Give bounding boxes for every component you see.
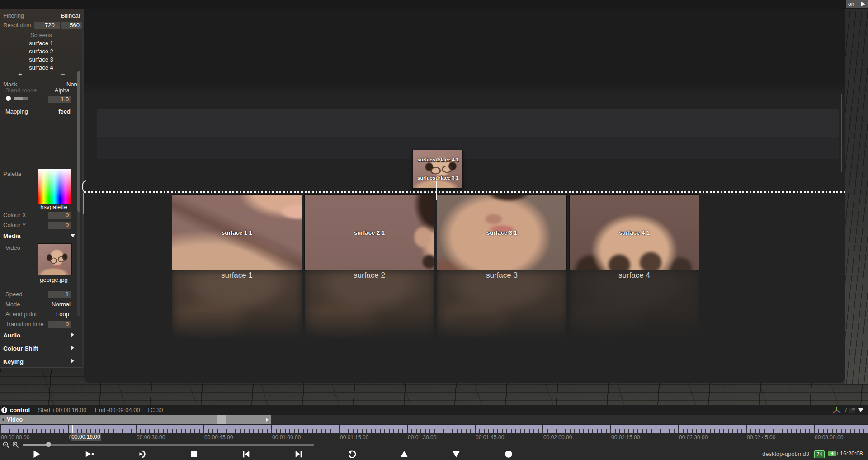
mode-label: Mode bbox=[5, 301, 20, 308]
help-indicator[interactable]: 7 bbox=[844, 407, 848, 413]
status-bar: control Start +00:00:16.00 End -00:09:04… bbox=[0, 405, 868, 415]
video-preview-thumbnail[interactable] bbox=[412, 150, 463, 189]
video-track-scrollbar[interactable]: Video bbox=[0, 415, 271, 424]
video-track-label: Video bbox=[7, 416, 23, 423]
screen-list-item[interactable]: surface 4 bbox=[0, 64, 82, 71]
skip-end-button[interactable] bbox=[293, 449, 305, 459]
remove-screen-button[interactable]: − bbox=[61, 70, 65, 78]
track-bar-row: Video bbox=[0, 415, 868, 424]
start-time: Start +00:00:16.00 bbox=[38, 407, 86, 413]
device-name: desktop-qpo8md3 bbox=[762, 451, 809, 457]
section-header-audio[interactable]: Audio bbox=[3, 332, 20, 339]
timecode-label: 00:01:15.00 bbox=[340, 434, 368, 441]
dropdown-caret-icon[interactable] bbox=[858, 408, 863, 412]
section-divider bbox=[0, 330, 82, 330]
resolution-y-input[interactable]: 560 bbox=[61, 22, 82, 29]
axes-gizmo-icon[interactable] bbox=[832, 407, 842, 414]
surface-tile-1[interactable]: surface 1 1 bbox=[172, 195, 302, 270]
chevron-right-icon[interactable] bbox=[71, 346, 74, 350]
play-marker-button[interactable] bbox=[84, 449, 95, 459]
colour-x-input[interactable]: 0 bbox=[48, 212, 71, 219]
preview-surface-label: surface 3 1 bbox=[433, 175, 458, 180]
opacity-indicator-icon[interactable] bbox=[6, 96, 11, 101]
timecode-label: 00:01:00.00 bbox=[272, 434, 301, 441]
collapsed-layer-bar[interactable] bbox=[97, 109, 839, 137]
canvas-scrollbar[interactable] bbox=[841, 94, 842, 172]
section-header-colour-shift[interactable]: Colour Shift bbox=[3, 345, 38, 352]
skip-start-button[interactable] bbox=[240, 449, 252, 459]
surface-caption: surface 4 bbox=[570, 271, 699, 280]
mapping-value[interactable]: feed bbox=[58, 108, 71, 115]
system-clock: 16:20:08 bbox=[840, 450, 863, 457]
scroll-right-icon[interactable] bbox=[266, 418, 269, 422]
surface-caption: surface 3 bbox=[437, 271, 566, 280]
screen-list-item[interactable]: surface 3 bbox=[0, 56, 82, 63]
panel-scrollbar-thumb[interactable] bbox=[77, 71, 80, 212]
blend-mode-value[interactable]: Alpha bbox=[55, 88, 70, 94]
app-root: Video surface 2 1surface 4 1surface 1 1s… bbox=[0, 0, 868, 460]
transition-time-input[interactable]: 0 bbox=[48, 321, 71, 328]
mask-label: Mask bbox=[3, 81, 17, 88]
section-divider bbox=[0, 343, 82, 343]
timecode-label: 00:00:30.00 bbox=[137, 434, 165, 441]
mode-indicator[interactable]: control bbox=[10, 407, 30, 413]
zoom-out-icon[interactable] bbox=[3, 441, 9, 448]
chevron-down-icon[interactable] bbox=[71, 234, 75, 237]
collapsed-layer-bar-2[interactable] bbox=[97, 137, 839, 159]
chevron-right-icon[interactable] bbox=[71, 332, 74, 337]
filtering-value[interactable]: Bilinear bbox=[61, 12, 80, 19]
window-chip-label: on bbox=[848, 1, 854, 7]
up-button[interactable] bbox=[398, 449, 410, 459]
media-thumbnail[interactable] bbox=[38, 243, 72, 275]
loop-play-button[interactable] bbox=[136, 449, 147, 459]
palette-name: hsvpalette bbox=[13, 204, 95, 210]
surface-tile-4[interactable]: surface 4 1 bbox=[570, 195, 699, 270]
section-header-keying[interactable]: Keying bbox=[3, 358, 24, 365]
palette-swatch[interactable] bbox=[38, 169, 71, 204]
ruler-playhead[interactable] bbox=[72, 425, 73, 434]
speed-label: Speed bbox=[5, 291, 23, 298]
zoom-in-icon[interactable] bbox=[12, 441, 19, 448]
down-button[interactable] bbox=[450, 449, 462, 459]
stage-playhead[interactable] bbox=[436, 181, 437, 200]
undo-button[interactable] bbox=[346, 449, 358, 459]
surface-tile-3[interactable]: surface 3 1 bbox=[437, 195, 566, 270]
surface-caption: surface 2 bbox=[305, 271, 434, 280]
media-section-header[interactable]: Media bbox=[3, 232, 20, 239]
screen-list-item[interactable]: surface 1 bbox=[0, 40, 82, 47]
timeline-zoom-slider[interactable] bbox=[23, 444, 314, 446]
opacity-slider[interactable] bbox=[14, 97, 28, 100]
window-chip[interactable]: on bbox=[846, 0, 868, 8]
flag-icon[interactable] bbox=[849, 408, 855, 413]
scroll-left-icon[interactable] bbox=[2, 418, 4, 422]
add-screen-button[interactable]: + bbox=[18, 70, 22, 78]
timecode-label: 00:01:45.00 bbox=[476, 434, 504, 441]
top-strip bbox=[0, 0, 868, 9]
mode-value[interactable]: Normal bbox=[52, 301, 71, 308]
current-time-chip[interactable]: 00:00:16.00 bbox=[71, 433, 101, 441]
stop-button[interactable] bbox=[188, 449, 200, 459]
opacity-value-input[interactable]: 1.0 bbox=[48, 96, 71, 103]
play-button[interactable] bbox=[30, 449, 42, 459]
surface-tile-2[interactable]: surface 2 1 bbox=[305, 195, 434, 270]
timecode-label-row: 00:00:00.0000:00:15.0000:00:30.0000:00:4… bbox=[0, 433, 868, 441]
timeline-zoom-thumb[interactable] bbox=[46, 442, 51, 447]
timecode-label: 00:03:00.00 bbox=[815, 434, 843, 441]
end-point-value[interactable]: Loop bbox=[56, 311, 69, 318]
track-scroll-thumb[interactable] bbox=[217, 415, 226, 424]
timecode-rate: TC 30 bbox=[147, 407, 163, 413]
speed-input[interactable]: 1 bbox=[48, 291, 71, 298]
colour-y-input[interactable]: 0 bbox=[48, 222, 71, 229]
chevron-right-icon[interactable] bbox=[71, 359, 74, 363]
record-button[interactable] bbox=[503, 449, 514, 459]
timeline-ruler[interactable] bbox=[0, 424, 868, 434]
colour-y-label: Colour Y bbox=[3, 222, 26, 228]
resolution-x-input[interactable]: 720 , bbox=[34, 22, 60, 29]
screens-header: Screens bbox=[0, 32, 82, 38]
surface-overlay-label: surface 3 1 bbox=[437, 229, 566, 236]
panel-collapse-handle[interactable] bbox=[82, 180, 86, 193]
feed-properties-panel: ✕ feed Filtering Bilinear Resolution 720… bbox=[0, 0, 82, 369]
screen-list-item[interactable]: surface 2 bbox=[0, 48, 82, 55]
control-mode-icon[interactable] bbox=[1, 407, 7, 413]
end-time: End -00:09:04.00 bbox=[95, 407, 140, 413]
